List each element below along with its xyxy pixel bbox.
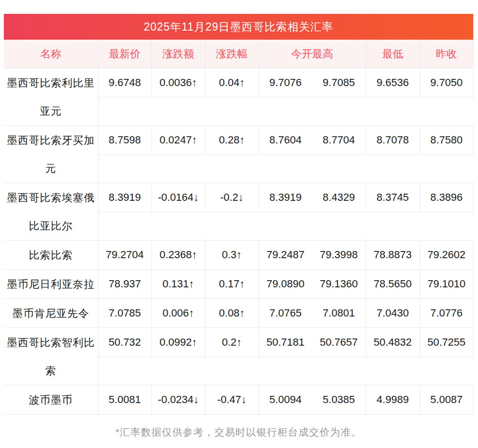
latest-price: 79.2704 — [98, 240, 152, 270]
prev-close-value: 9.7050 — [420, 68, 473, 98]
open-value: 5.0094 — [259, 393, 313, 406]
currency-name: 墨币肯尼亚先令 — [4, 299, 98, 328]
high-value: 8.4329 — [312, 191, 366, 204]
change-percent: -0.2↓ — [205, 183, 259, 212]
change-amount: 0.0247↑ — [152, 126, 205, 155]
high-value: 7.0801 — [312, 307, 366, 319]
table-row: 比索比索79.27040.2368↑0.3↑79.248779.399878.8… — [4, 240, 473, 270]
page-title: 2025年11月29日墨西哥比索相关汇率 — [4, 14, 473, 40]
header-open-high: 今开最高 — [259, 40, 366, 68]
header-high: 最高 — [312, 48, 333, 60]
open-value: 8.7604 — [259, 134, 313, 146]
prev-close-value: 79.1010 — [420, 270, 473, 299]
latest-price: 8.7598 — [98, 126, 152, 155]
prev-close-value: 7.0776 — [420, 299, 473, 328]
change-percent: 0.3↑ — [205, 240, 259, 270]
header-prev-close: 昨收 — [420, 40, 473, 68]
latest-price: 7.0785 — [98, 299, 152, 328]
change-percent: 0.2↑ — [205, 328, 259, 357]
change-percent: -0.47↓ — [205, 385, 259, 415]
currency-name: 波币墨币 — [4, 385, 98, 415]
open-high-cell: 7.07657.0801 — [259, 299, 366, 328]
currency-name: 墨西哥比索牙买加元 — [4, 126, 98, 183]
change-amount: -0.0234↓ — [152, 385, 205, 415]
spacer-cell — [98, 98, 473, 126]
change-amount: 0.006↑ — [152, 299, 205, 328]
change-amount: 0.2368↑ — [152, 240, 205, 270]
low-value: 78.8873 — [366, 240, 420, 270]
currency-name: 墨西哥比索利比里亚元 — [4, 68, 98, 126]
high-value: 79.1360 — [312, 278, 366, 290]
prev-close-value: 79.2602 — [420, 240, 473, 270]
prev-close-value: 5.0087 — [420, 385, 473, 415]
spacer-cell — [98, 155, 473, 183]
latest-price: 50.732 — [98, 328, 152, 357]
high-value: 9.7085 — [312, 76, 366, 89]
low-value: 8.3745 — [366, 183, 420, 212]
spacer-cell — [98, 357, 473, 385]
table-row: 墨西哥比索牙买加元8.75980.0247↑0.28↑8.76048.77048… — [4, 126, 473, 155]
currency-name: 比索比索 — [4, 240, 98, 270]
change-percent: 0.28↑ — [205, 126, 259, 155]
low-value: 9.6536 — [366, 68, 420, 98]
latest-price: 9.6748 — [98, 68, 152, 98]
header-change-amount: 涨跌额 — [152, 40, 205, 68]
open-high-cell: 79.089079.1360 — [259, 270, 366, 299]
header-latest-price: 最新价 — [98, 40, 152, 68]
latest-price: 78.937 — [98, 270, 152, 299]
table-header-row: 名称 最新价 涨跌额 涨跌幅 今开最高 最低 昨收 — [4, 40, 473, 68]
open-value: 79.0890 — [259, 278, 313, 290]
low-value: 8.7078 — [366, 126, 420, 155]
table-row: 墨西哥比索埃塞俄比亚比尔8.3919-0.0164↓-0.2↓8.39198.4… — [4, 183, 473, 212]
open-high-cell: 50.718150.7657 — [259, 328, 366, 357]
open-value: 9.7076 — [259, 76, 313, 89]
header-name: 名称 — [4, 40, 98, 68]
change-amount: -0.0164↓ — [152, 183, 205, 212]
prev-close-value: 8.7580 — [420, 126, 473, 155]
header-change-percent: 涨跌幅 — [205, 40, 259, 68]
change-percent: 0.04↑ — [205, 68, 259, 98]
high-value: 8.7704 — [312, 134, 366, 146]
open-high-cell: 8.76048.7704 — [259, 126, 366, 155]
open-high-cell: 5.00945.0385 — [259, 385, 366, 415]
table-row: 墨币肯尼亚先令7.07850.006↑0.08↑7.07657.08017.04… — [4, 299, 473, 328]
disclaimer-note: *汇率数据仅供参考，交易时以银行柜台成交价为准。 — [4, 426, 473, 439]
latest-price: 5.0081 — [98, 385, 152, 415]
open-value: 8.3919 — [259, 191, 313, 204]
change-amount: 0.0036↑ — [152, 68, 205, 98]
currency-name: 墨币尼日利亚奈拉 — [4, 270, 98, 299]
currency-name: 墨西哥比索埃塞俄比亚比尔 — [4, 183, 98, 240]
low-value: 4.9989 — [366, 385, 420, 415]
open-value: 79.2487 — [259, 249, 313, 261]
high-value: 79.3998 — [312, 249, 366, 261]
change-amount: 0.0992↑ — [152, 328, 205, 357]
exchange-rate-table: 名称 最新价 涨跌额 涨跌幅 今开最高 最低 昨收 墨西哥比索利比里亚元9.67… — [4, 40, 474, 415]
prev-close-value: 50.7255 — [420, 328, 473, 357]
table-row: 墨西哥比索智利比索50.7320.0992↑0.2↑50.718150.7657… — [4, 328, 473, 357]
open-high-cell: 9.70769.7085 — [259, 68, 366, 98]
table-row: 波币墨币5.0081-0.0234↓-0.47↓5.00945.03854.99… — [4, 385, 473, 415]
change-percent: 0.17↑ — [205, 270, 259, 299]
currency-name: 墨西哥比索智利比索 — [4, 328, 98, 385]
open-value: 7.0765 — [259, 307, 313, 319]
high-value: 50.7657 — [312, 336, 366, 349]
low-value: 50.4832 — [366, 328, 420, 357]
table-row: 墨币尼日利亚奈拉78.9370.131↑0.17↑79.089079.13607… — [4, 270, 473, 299]
low-value: 7.0430 — [366, 299, 420, 328]
open-high-cell: 79.248779.3998 — [259, 240, 366, 270]
change-amount: 0.131↑ — [152, 270, 205, 299]
spacer-cell — [98, 212, 473, 240]
change-percent: 0.08↑ — [205, 299, 259, 328]
prev-close-value: 8.3896 — [420, 183, 473, 212]
open-value: 50.7181 — [259, 336, 313, 349]
header-open: 今开 — [291, 48, 312, 60]
open-high-cell: 8.39198.4329 — [259, 183, 366, 212]
rate-table-page: 2025年11月29日墨西哥比索相关汇率 名称 最新价 涨跌额 涨跌幅 今开最高… — [4, 14, 473, 439]
low-value: 78.5650 — [366, 270, 420, 299]
table-row: 墨西哥比索利比里亚元9.67480.0036↑0.04↑9.70769.7085… — [4, 68, 473, 98]
high-value: 5.0385 — [312, 393, 366, 406]
latest-price: 8.3919 — [98, 183, 152, 212]
header-low: 最低 — [366, 40, 420, 68]
